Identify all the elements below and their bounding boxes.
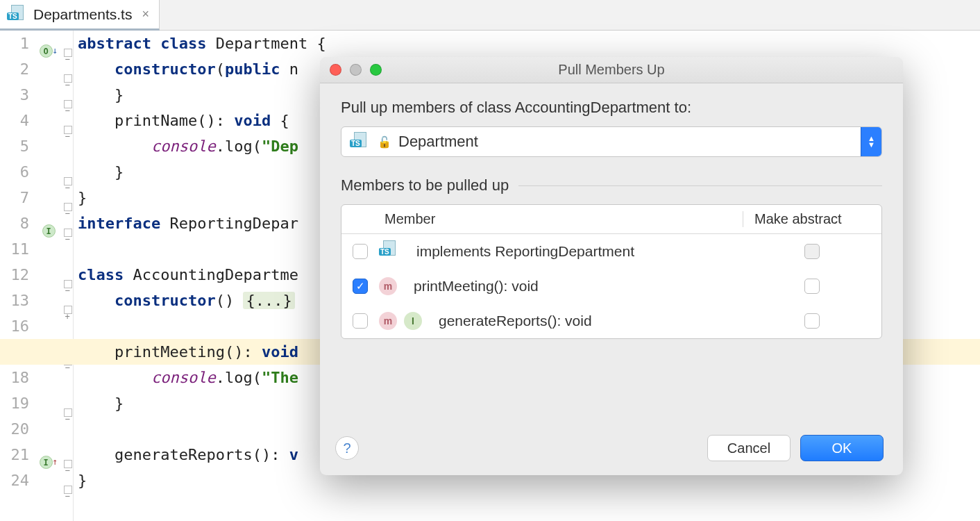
implements-icon[interactable]: I <box>35 216 62 242</box>
minimize-window-icon[interactable] <box>350 64 362 76</box>
gutter: 1234567811121316171819202124 O↓II↑ <box>0 31 74 521</box>
tab-bar: TS Departments.ts × <box>0 0 980 31</box>
members-table-header: Member Make abstract <box>341 205 881 234</box>
fold-handle[interactable] <box>62 65 73 90</box>
help-button[interactable]: ? <box>335 436 359 460</box>
fold-handle[interactable] <box>62 167 73 193</box>
member-row[interactable]: TSimplements ReportingDepartment <box>341 234 881 269</box>
code-line[interactable]: console.log("The <box>78 365 298 390</box>
cancel-button[interactable]: Cancel <box>707 435 791 461</box>
make-abstract-checkbox <box>804 244 820 259</box>
fold-handle[interactable] <box>62 116 73 142</box>
fold-handle[interactable] <box>62 219 73 245</box>
gutter-icon-column: O↓II↑ <box>35 31 62 521</box>
member-label: implements ReportingDepartment <box>416 243 634 260</box>
fold-handle[interactable] <box>62 476 73 502</box>
fold-handle[interactable] <box>62 399 73 424</box>
column-make-abstract: Make abstract <box>743 211 881 227</box>
target-class-combo[interactable]: TS 🔓 Department ▲▼ <box>341 126 882 157</box>
zoom-window-icon[interactable] <box>370 64 382 76</box>
divider <box>518 185 882 186</box>
line-number-column: 1234567811121316171819202124 <box>0 31 35 521</box>
dialog-prompt: Pull up members of class AccountingDepar… <box>341 99 882 117</box>
fold-handle[interactable] <box>62 270 73 296</box>
code-line[interactable]: printName(): void { <box>78 108 289 133</box>
fold-handle[interactable] <box>62 193 73 219</box>
ok-button[interactable]: OK <box>800 435 884 461</box>
combo-stepper[interactable]: ▲▼ <box>861 127 881 156</box>
method-icon: m <box>379 277 397 295</box>
typescript-class-icon: TS <box>350 133 371 150</box>
lock-open-icon: 🔓 <box>378 135 391 149</box>
code-line[interactable]: } <box>78 82 124 108</box>
tab-departments[interactable]: TS Departments.ts × <box>0 0 160 31</box>
code-line[interactable]: abstract class Department { <box>78 31 326 56</box>
typescript-file-icon: TS <box>7 6 28 23</box>
target-class-value: Department <box>398 133 478 151</box>
code-line[interactable]: } <box>78 468 87 493</box>
code-line[interactable]: } <box>78 390 124 416</box>
make-abstract-checkbox[interactable] <box>804 279 820 294</box>
fold-handle[interactable] <box>62 296 73 322</box>
members-table: Member Make abstract TSimplements Report… <box>341 204 882 339</box>
close-window-icon[interactable] <box>330 64 341 76</box>
override-down-icon[interactable]: O↓ <box>35 36 62 64</box>
fold-handle[interactable] <box>62 450 73 476</box>
member-label: generateReports(): void <box>439 313 592 329</box>
include-checkbox[interactable] <box>353 244 368 259</box>
code-line[interactable]: generateReports(): v <box>78 442 298 468</box>
code-line[interactable]: class AccountingDepartme <box>78 262 298 288</box>
method-icon: m <box>379 312 397 330</box>
code-line[interactable]: console.log("Dep <box>78 133 298 159</box>
code-line[interactable]: constructor(public n <box>78 56 298 82</box>
code-line[interactable]: } <box>78 159 124 185</box>
window-controls <box>330 64 382 76</box>
fold-handle[interactable] <box>62 90 73 116</box>
fold-handle[interactable] <box>62 39 73 65</box>
pull-members-up-dialog: Pull Members Up Pull up members of class… <box>320 57 903 475</box>
code-line[interactable]: printMeeting(): void <box>78 339 298 365</box>
member-row[interactable]: ✓mprintMeeting(): void <box>341 269 881 304</box>
dialog-titlebar[interactable]: Pull Members Up <box>320 57 903 83</box>
close-icon[interactable]: × <box>142 7 149 22</box>
column-member: Member <box>379 211 743 227</box>
include-checkbox[interactable]: ✓ <box>353 279 368 294</box>
member-label: printMeeting(): void <box>414 278 539 295</box>
implements-badge-icon: I <box>404 312 422 330</box>
dialog-title: Pull Members Up <box>320 62 903 78</box>
implements-up-icon[interactable]: I↑ <box>35 447 62 475</box>
fold-column <box>62 31 74 521</box>
interface-icon: TS <box>379 242 400 262</box>
code-line[interactable]: constructor() {...} <box>78 288 295 313</box>
make-abstract-checkbox[interactable] <box>804 313 820 329</box>
members-section-label: Members to be pulled up <box>341 176 509 195</box>
include-checkbox[interactable] <box>353 313 368 329</box>
code-line[interactable]: } <box>78 185 87 210</box>
tab-filename: Departments.ts <box>33 6 132 23</box>
code-line[interactable]: interface ReportingDepar <box>78 210 298 236</box>
member-row[interactable]: mIgenerateReports(): void <box>341 304 881 338</box>
